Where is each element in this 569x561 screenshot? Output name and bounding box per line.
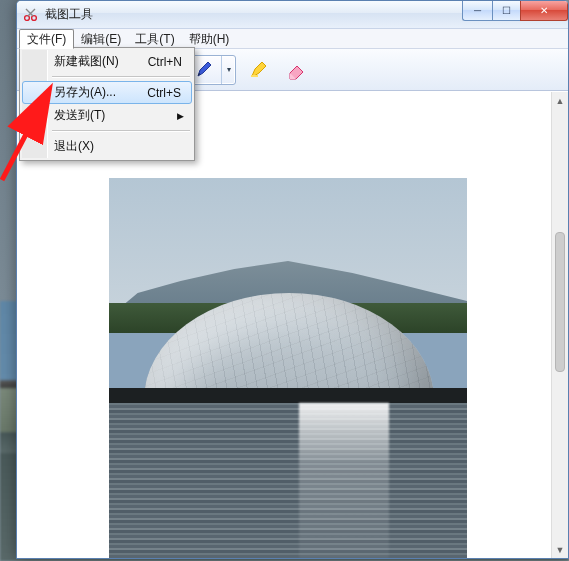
pen-dropdown[interactable]: ▾ <box>221 56 235 84</box>
eraser-icon <box>285 59 307 81</box>
snip-canvas[interactable]: ▲ ▼ <box>17 91 568 558</box>
scroll-thumb[interactable] <box>555 232 565 372</box>
menu-edit[interactable]: 编辑(E) <box>74 29 128 48</box>
menu-item-label: 发送到(T) <box>54 107 105 124</box>
scroll-down-arrow[interactable]: ▼ <box>552 541 568 558</box>
menu-item-save-as[interactable]: 另存为(A)... Ctrl+S <box>22 81 192 104</box>
svg-rect-2 <box>251 75 258 77</box>
menu-item-new-snip[interactable]: 新建截图(N) Ctrl+N <box>22 50 192 73</box>
maximize-button[interactable]: ☐ <box>492 1 520 21</box>
window-buttons: ─ ☐ ✕ <box>462 1 568 21</box>
file-menu-dropdown: 新建截图(N) Ctrl+N 另存为(A)... Ctrl+S 发送到(T) ▶… <box>19 47 195 161</box>
menu-item-send-to[interactable]: 发送到(T) ▶ <box>22 104 192 127</box>
menu-separator <box>52 130 190 132</box>
svg-point-1 <box>32 15 37 20</box>
vertical-scrollbar[interactable]: ▲ ▼ <box>551 92 568 558</box>
maximize-icon: ☐ <box>502 5 511 16</box>
submenu-arrow-icon: ▶ <box>177 111 184 121</box>
menu-item-label: 退出(X) <box>54 138 94 155</box>
menu-separator <box>52 76 190 78</box>
menu-item-shortcut: Ctrl+S <box>147 86 181 100</box>
scroll-up-arrow[interactable]: ▲ <box>552 92 568 109</box>
svg-point-0 <box>25 15 30 20</box>
app-scissors-icon <box>23 7 39 23</box>
menu-item-exit[interactable]: 退出(X) <box>22 135 192 158</box>
titlebar[interactable]: 截图工具 ─ ☐ ✕ <box>17 1 568 29</box>
highlighter-button[interactable] <box>242 55 274 85</box>
captured-image <box>109 178 467 558</box>
close-button[interactable]: ✕ <box>520 1 568 21</box>
menu-item-shortcut: Ctrl+N <box>148 55 182 69</box>
menu-item-label: 另存为(A)... <box>54 84 116 101</box>
eraser-button[interactable] <box>280 55 312 85</box>
minimize-button[interactable]: ─ <box>462 1 492 21</box>
minimize-icon: ─ <box>474 5 481 16</box>
menu-item-label: 新建截图(N) <box>54 53 119 70</box>
menu-tools[interactable]: 工具(T) <box>128 29 181 48</box>
close-icon: ✕ <box>540 5 548 16</box>
menubar: 文件(F) 编辑(E) 工具(T) 帮助(H) <box>17 29 568 49</box>
menu-help[interactable]: 帮助(H) <box>182 29 237 48</box>
window-title: 截图工具 <box>45 6 93 23</box>
menu-file[interactable]: 文件(F) <box>19 29 74 49</box>
highlighter-icon <box>247 59 269 81</box>
